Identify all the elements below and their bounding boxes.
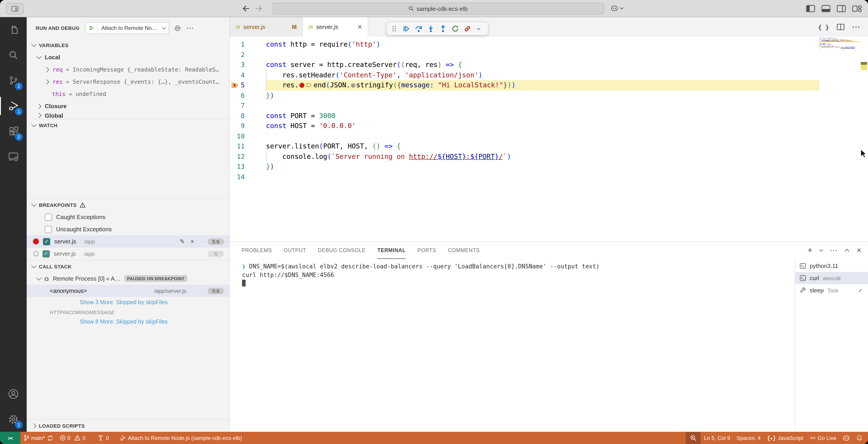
cursor-position-status[interactable]: Ln 5, Col 9	[701, 432, 733, 444]
chevron-down-icon[interactable]	[476, 25, 481, 32]
gutter[interactable]: 1	[230, 39, 266, 50]
watch-section-header[interactable]: WATCH	[27, 119, 229, 131]
terminal-list-item[interactable]: sleep Task ✓	[795, 284, 868, 296]
split-editor-icon[interactable]	[837, 24, 844, 30]
scope-local[interactable]: Local	[27, 51, 229, 63]
tab-problems[interactable]: PROBLEMS	[242, 242, 272, 259]
breakpoint-checkbox[interactable]: ✓	[42, 250, 50, 257]
chevron-down-icon[interactable]	[819, 249, 824, 252]
gutter[interactable]: 11	[230, 141, 266, 151]
problems-status[interactable]: 0 0	[56, 432, 89, 444]
command-center-search[interactable]: sample-cdk-ecs-elb	[272, 3, 604, 14]
more-actions-icon[interactable]: ···	[187, 25, 194, 31]
more-actions-icon[interactable]: ···	[852, 23, 861, 31]
code-line[interactable]: 12 console.log(`Server running on http:/…	[230, 151, 868, 161]
breakpoints-section-header[interactable]: BREAKPOINTS	[27, 198, 229, 211]
sidebar-item-run-and-debug[interactable]: 1	[0, 93, 27, 119]
settings-button[interactable]: 1	[0, 407, 27, 432]
inline-breakpoint-icon[interactable]	[300, 83, 305, 88]
tab-comments[interactable]: COMMENTS	[448, 242, 480, 259]
gutter[interactable]: 9	[230, 121, 266, 131]
start-debug-button[interactable]	[86, 23, 98, 33]
gutter[interactable]: 14	[230, 172, 266, 182]
copilot-status[interactable]	[839, 432, 853, 444]
gutter[interactable]: 2	[230, 50, 266, 60]
code-line[interactable]: 4 res.setHeader('Content-Type', 'applica…	[230, 70, 868, 80]
customize-layout-icon[interactable]	[852, 5, 862, 12]
language-status[interactable]: {} JavaScript	[764, 432, 806, 444]
toggle-panel-icon[interactable]	[822, 5, 831, 12]
caught-exceptions-checkbox[interactable]	[45, 213, 52, 220]
maximize-panel-icon[interactable]	[845, 248, 850, 252]
gutter[interactable]: 13	[230, 161, 266, 172]
step-out-icon[interactable]	[439, 25, 447, 32]
account-button[interactable]	[0, 381, 27, 407]
branch-status[interactable]: main*	[20, 432, 56, 444]
gutter[interactable]: 3	[230, 60, 266, 70]
stack-frame-row[interactable]: <anonymous> /app/server.js 5:9	[27, 285, 229, 297]
code-line[interactable]: 1const http = require('http')	[230, 39, 868, 50]
more-actions-icon[interactable]: ···	[830, 247, 838, 254]
code-line[interactable]: 9const HOST = '0.0.0.0'	[230, 121, 868, 131]
edit-breakpoint-icon[interactable]: ✎	[180, 238, 185, 245]
code-line[interactable]: 2	[230, 50, 868, 60]
variable-row-this[interactable]: this = undefined	[27, 88, 229, 100]
gutter[interactable]: 12	[230, 151, 266, 161]
remote-indicator[interactable]: ><	[0, 432, 20, 444]
uncaught-exceptions-row[interactable]: Uncaught Exceptions	[27, 223, 229, 235]
step-into-icon[interactable]	[427, 25, 435, 32]
sidebar-item-extensions[interactable]: 2	[0, 119, 27, 144]
breakpoint-row[interactable]: ✓ server.js /app 5	[27, 247, 229, 260]
debug-session-row[interactable]: Remote Process [0] « At… PAUSED ON BREAK…	[27, 272, 229, 285]
show-more-link[interactable]: Show 3 More: Skipped by skipFiles	[80, 299, 167, 305]
code-line[interactable]: 3const server = http.createServer((req, …	[230, 60, 868, 70]
scope-global[interactable]: Global	[27, 112, 229, 119]
gutter[interactable]: 7	[230, 100, 266, 111]
code-line[interactable]: 14	[230, 172, 868, 182]
language-features-icon[interactable]: { }	[818, 23, 829, 31]
gutter[interactable]: 5	[230, 80, 266, 90]
tab-server-js-active[interactable]: JS server.js ✕	[303, 17, 368, 37]
copilot-menu[interactable]	[611, 0, 624, 17]
sidebar-item-remote-explorer[interactable]	[0, 144, 27, 169]
sidebar-item-source-control[interactable]: 2	[0, 68, 27, 93]
call-stack-section-header[interactable]: CALL STACK	[27, 260, 229, 272]
tab-server-js-modified[interactable]: JS server.js M	[230, 17, 303, 37]
back-arrow-icon[interactable]	[243, 5, 250, 11]
zoom-indicator[interactable]	[686, 432, 701, 444]
uncaught-exceptions-checkbox[interactable]	[45, 226, 52, 233]
close-tab-icon[interactable]: ✕	[357, 24, 362, 30]
tab-output[interactable]: OUTPUT	[284, 242, 306, 259]
toggle-secondary-sidebar-icon[interactable]	[837, 5, 846, 12]
code-line[interactable]: 10	[230, 131, 868, 141]
overview-ruler[interactable]	[860, 37, 868, 241]
ports-status[interactable]: 0	[94, 432, 112, 444]
variable-row-res[interactable]: res = ServerResponse {_events: {…}, _eve…	[27, 76, 229, 88]
gutter[interactable]: 6	[230, 90, 266, 100]
drag-handle-icon[interactable]	[390, 25, 398, 32]
breakpoint-row[interactable]: ✓ server.js /app ✎ × 5:9	[27, 235, 229, 247]
toggle-primary-sidebar-icon[interactable]	[806, 5, 815, 12]
close-panel-icon[interactable]: ✕	[857, 247, 862, 254]
new-terminal-icon[interactable]: +	[807, 245, 812, 255]
terminal-output[interactable]: ❯ DNS_NAME=$(awslocal elbv2 describe-loa…	[230, 259, 795, 432]
tab-debug-console[interactable]: DEBUG CONSOLE	[318, 242, 366, 259]
code-editor[interactable]: 1const http = require('http')23const ser…	[230, 37, 868, 241]
tab-ports[interactable]: PORTS	[417, 242, 436, 259]
code-line[interactable]: 8const PORT = 3000	[230, 111, 868, 121]
forward-arrow-icon[interactable]	[255, 5, 262, 11]
sidebar-item-search[interactable]	[0, 42, 27, 68]
loaded-scripts-section-header[interactable]: LOADED SCRIPTS	[27, 419, 229, 432]
notifications-bell[interactable]	[853, 432, 868, 444]
gutter[interactable]: 10	[230, 131, 266, 141]
tab-terminal[interactable]: TERMINAL	[377, 242, 406, 259]
code-line[interactable]: 13})	[230, 161, 868, 172]
continue-icon[interactable]	[403, 25, 410, 32]
gutter[interactable]: 8	[230, 111, 266, 121]
gear-icon[interactable]	[174, 24, 181, 32]
indentation-status[interactable]: Spaces: 4	[734, 432, 764, 444]
terminal-list-item[interactable]: python3.11	[795, 260, 868, 272]
skipped-frame-row[interactable]: HTTPINCOMINGMESSAGE	[27, 308, 229, 316]
launch-configuration-dropdown[interactable]: Attach to Remote Node.js	[85, 22, 169, 34]
code-line[interactable]: 7	[230, 100, 868, 111]
